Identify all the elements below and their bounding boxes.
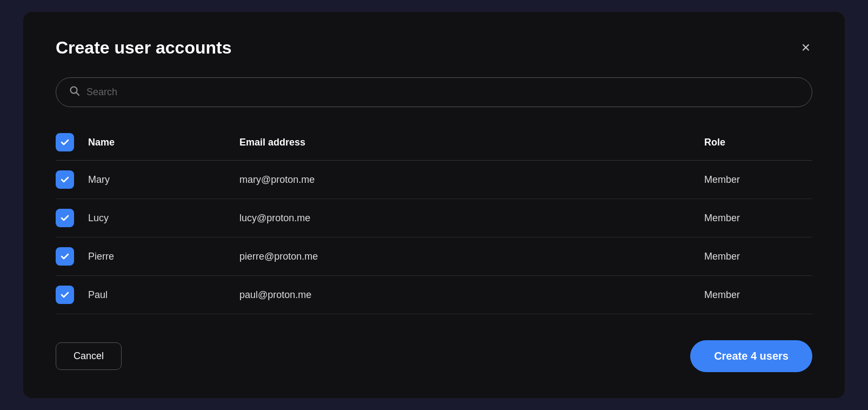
row-checkbox-cell (56, 286, 88, 304)
search-container (56, 77, 812, 107)
modal-footer: Cancel Create 4 users (56, 340, 812, 372)
svg-line-1 (76, 92, 79, 95)
row-checkbox-mary[interactable] (56, 170, 74, 189)
cancel-button[interactable]: Cancel (56, 342, 122, 370)
row-role-paul: Member (704, 289, 812, 301)
modal-container: Create user accounts × (23, 12, 845, 398)
row-name-pierre: Pierre (88, 251, 239, 262)
row-email-paul: paul@proton.me (239, 289, 704, 301)
row-checkbox-paul[interactable] (56, 286, 74, 304)
table-row: Pierre pierre@proton.me Member (56, 237, 812, 276)
modal-header: Create user accounts × (56, 38, 812, 58)
column-header-role: Role (704, 137, 812, 148)
row-email-lucy: lucy@proton.me (239, 213, 704, 224)
header-checkbox-cell (56, 133, 88, 151)
column-header-email: Email address (239, 137, 704, 148)
row-role-lucy: Member (704, 213, 812, 224)
select-all-checkbox[interactable] (56, 133, 74, 151)
column-header-name: Name (88, 137, 239, 148)
row-checkbox-cell (56, 247, 88, 266)
row-role-mary: Member (704, 174, 812, 186)
row-checkbox-cell (56, 209, 88, 227)
modal-title: Create user accounts (56, 38, 231, 58)
search-input-wrapper (56, 77, 812, 107)
row-checkbox-lucy[interactable] (56, 209, 74, 227)
table-header: Name Email address Role (56, 127, 812, 161)
table-row: Lucy lucy@proton.me Member (56, 199, 812, 237)
row-checkbox-cell (56, 170, 88, 189)
user-table: Name Email address Role Mary mary@proton… (56, 127, 812, 314)
table-row: Mary mary@proton.me Member (56, 161, 812, 199)
search-input[interactable] (86, 87, 799, 98)
row-name-mary: Mary (88, 174, 239, 186)
row-role-pierre: Member (704, 251, 812, 262)
close-button[interactable]: × (799, 38, 812, 57)
row-name-lucy: Lucy (88, 213, 239, 224)
search-icon (69, 85, 80, 99)
table-row: Paul paul@proton.me Member (56, 276, 812, 314)
row-email-mary: mary@proton.me (239, 174, 704, 186)
row-email-pierre: pierre@proton.me (239, 251, 704, 262)
row-checkbox-pierre[interactable] (56, 247, 74, 266)
row-name-paul: Paul (88, 289, 239, 301)
create-users-button[interactable]: Create 4 users (690, 340, 812, 372)
